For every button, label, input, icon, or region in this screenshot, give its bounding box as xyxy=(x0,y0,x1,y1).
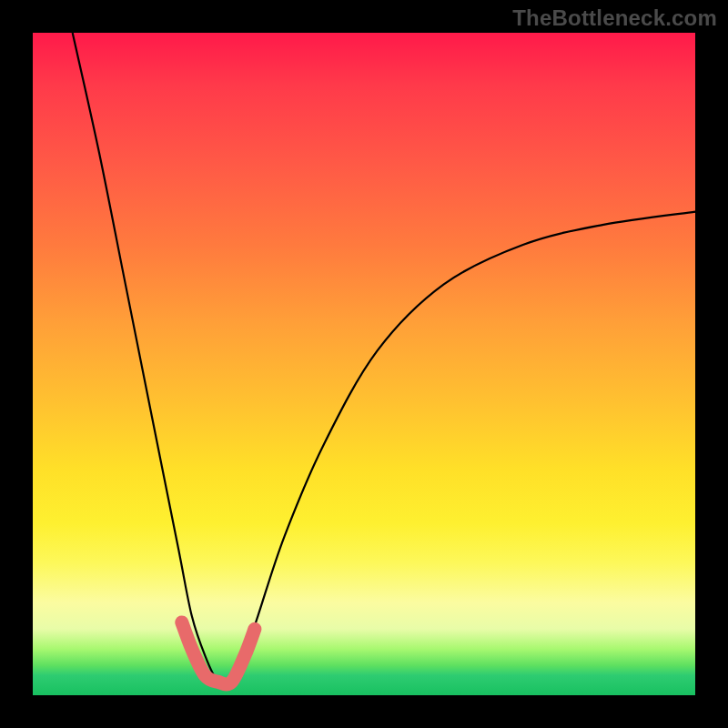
bottleneck-curve-path xyxy=(73,33,695,685)
chart-frame: TheBottleneck.com xyxy=(0,0,728,728)
curve-layer xyxy=(33,33,695,695)
watermark-text: TheBottleneck.com xyxy=(512,5,717,31)
bottleneck-highlight-path xyxy=(182,622,255,684)
plot-area xyxy=(33,33,695,695)
